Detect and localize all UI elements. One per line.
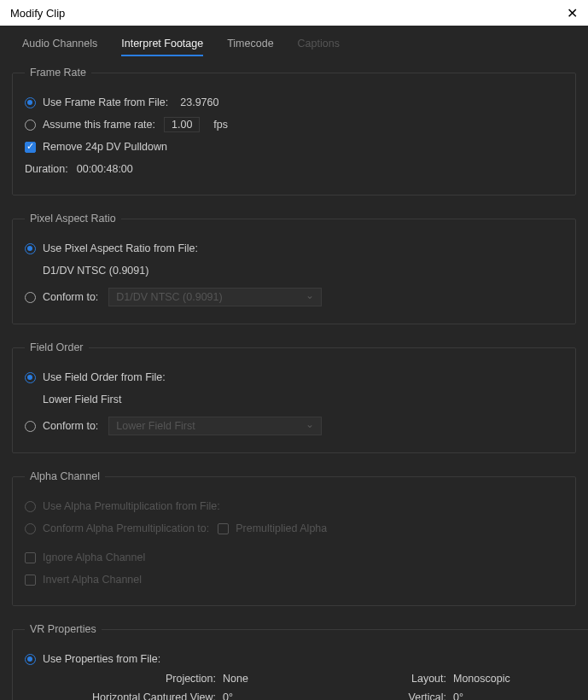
vr-projection-label: Projection:	[25, 673, 223, 685]
remove-pulldown-label: Remove 24p DV Pulldown	[43, 141, 167, 153]
tabs: Audio Channels Interpret Footage Timecod…	[12, 38, 576, 56]
par-conform-label: Conform to:	[43, 291, 98, 303]
radio-field-conform[interactable]	[25, 421, 36, 432]
vr-hview-label: Horizontal Captured View:	[25, 691, 223, 700]
vr-legend: VR Properties	[25, 623, 102, 635]
duration-label: Duration:	[25, 163, 68, 175]
field-file-value: Lower Field First	[43, 394, 121, 405]
vr-projection-value: None	[223, 673, 376, 685]
field-conform-label: Conform to:	[43, 420, 98, 432]
frame-rate-legend: Frame Rate	[25, 67, 91, 79]
field-from-file-label: Use Field Order from File:	[43, 371, 166, 383]
par-from-file-label: Use Pixel Aspect Ratio from File:	[43, 242, 198, 254]
radio-vr-from-file[interactable]	[25, 654, 36, 665]
radio-alpha-from-file	[25, 501, 36, 512]
close-icon[interactable]: ✕	[567, 5, 578, 21]
vr-group: VR Properties Use Properties from File: …	[12, 623, 588, 700]
par-file-value: D1/DV NTSC (0.9091)	[43, 265, 148, 277]
checkbox-premultiplied	[218, 523, 229, 534]
frame-rate-from-file-label: Use Frame Rate from File:	[43, 96, 168, 108]
par-conform-select[interactable]: D1/DV NTSC (0.9091)	[108, 288, 322, 306]
vr-layout-label: Layout:	[376, 673, 453, 685]
vr-vview-label: Vertical:	[376, 691, 453, 700]
alpha-group: Alpha Channel Use Alpha Premultiplicatio…	[12, 470, 576, 606]
radio-assume-frame-rate[interactable]	[25, 120, 36, 131]
window-title: Modify Clip	[10, 7, 65, 20]
titlebar: Modify Clip ✕	[0, 0, 588, 26]
tab-captions: Captions	[298, 38, 340, 56]
alpha-legend: Alpha Channel	[25, 470, 105, 482]
field-conform-select[interactable]: Lower Field First	[108, 417, 322, 435]
tab-timecode[interactable]: Timecode	[227, 38, 273, 56]
par-group: Pixel Aspect Ratio Use Pixel Aspect Rati…	[12, 213, 576, 324]
frame-rate-group: Frame Rate Use Frame Rate from File: 23.…	[12, 67, 576, 195]
field-order-legend: Field Order	[25, 341, 89, 353]
ignore-alpha-label: Ignore Alpha Channel	[43, 551, 145, 563]
assume-frame-rate-label: Assume this frame rate:	[43, 119, 155, 131]
checkbox-invert-alpha	[25, 575, 36, 586]
fps-suffix: fps	[213, 119, 228, 131]
par-legend: Pixel Aspect Ratio	[25, 213, 121, 225]
duration-value: 00:00:48:00	[77, 163, 133, 175]
premultiplied-label: Premultiplied Alpha	[236, 522, 327, 534]
alpha-conform-label: Conform Alpha Premultiplication to:	[43, 522, 209, 534]
alpha-from-file-label: Use Alpha Premultiplication from File:	[43, 500, 220, 512]
radio-par-conform[interactable]	[25, 292, 36, 303]
assume-frame-rate-input[interactable]: 1.00	[164, 117, 200, 132]
tab-interpret-footage[interactable]: Interpret Footage	[121, 38, 203, 56]
radio-par-from-file[interactable]	[25, 243, 36, 254]
tab-audio-channels[interactable]: Audio Channels	[22, 38, 97, 56]
vr-layout-value: Monoscopic	[453, 673, 588, 685]
checkbox-ignore-alpha	[25, 552, 36, 563]
radio-alpha-conform	[25, 523, 36, 534]
checkbox-remove-pulldown[interactable]	[25, 142, 36, 153]
radio-field-from-file[interactable]	[25, 372, 36, 383]
vr-vview-value: 0°	[453, 691, 588, 700]
vr-hview-value: 0°	[223, 691, 376, 700]
field-order-group: Field Order Use Field Order from File: L…	[12, 341, 576, 453]
frame-rate-file-value: 23.9760	[180, 96, 218, 109]
radio-frame-rate-from-file[interactable]	[25, 97, 36, 108]
vr-from-file-label: Use Properties from File:	[43, 653, 160, 665]
invert-alpha-label: Invert Alpha Channel	[43, 574, 142, 586]
